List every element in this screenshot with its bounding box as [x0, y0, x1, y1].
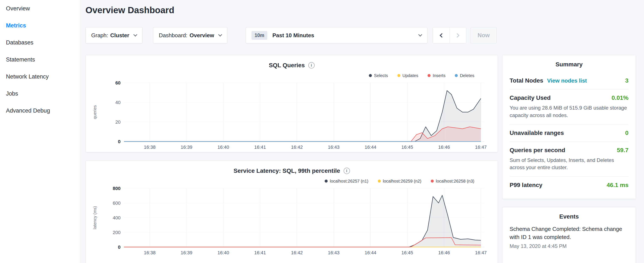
svg-text:16:45: 16:45	[402, 250, 413, 255]
service-latency-chart-card: Service Latency: SQL, 99th percentile lo…	[86, 160, 498, 263]
event-timestamp: May 13, 2020 at 4:45 PM	[510, 243, 628, 249]
svg-text:16:40: 16:40	[218, 144, 229, 150]
legend-label: Inserts	[433, 73, 446, 78]
sidebar-item-overview[interactable]: Overview	[0, 0, 80, 17]
svg-text:16:45: 16:45	[402, 144, 413, 150]
svg-text:16:43: 16:43	[328, 144, 340, 150]
summary-value: 46.1 ms	[606, 182, 628, 188]
summary-value: 3	[625, 77, 628, 84]
legend-dot-icon	[428, 74, 430, 77]
sidebar-item-metrics[interactable]: Metrics	[0, 17, 80, 34]
sidebar-item-network-latency[interactable]: Network Latency	[0, 68, 80, 85]
legend-label: localhost:26257 (n1)	[330, 179, 368, 184]
sidebar-item-jobs[interactable]: Jobs	[0, 85, 80, 102]
svg-text:16:44: 16:44	[365, 250, 376, 255]
graph-dropdown-label: Graph:	[91, 32, 108, 39]
graph-dropdown-value: Cluster	[110, 32, 130, 39]
sql-queries-chart[interactable]: 16:3816:3916:4016:4116:4216:4316:4416:45…	[92, 80, 492, 152]
svg-text:16:46: 16:46	[438, 250, 450, 255]
chart-legend: Selects Updates Inserts Deletes	[92, 72, 474, 79]
chevron-down-icon	[218, 33, 222, 36]
chevron-down-icon	[133, 33, 137, 36]
legend-item: Deletes	[455, 73, 474, 78]
sidebar-item-databases[interactable]: Databases	[0, 34, 80, 51]
time-range-badge: 10m	[252, 31, 267, 40]
summary-item-unavailable-ranges: Unavailable ranges 0	[510, 124, 628, 142]
svg-text:16:39: 16:39	[181, 144, 192, 150]
main-content: Overview Dashboard Graph: Cluster Dashbo…	[80, 0, 498, 263]
events-panel: Events Schema Change Completed: Schema c…	[502, 207, 636, 263]
svg-text:16:38: 16:38	[144, 250, 156, 255]
summary-label: Total Nodes	[510, 77, 543, 84]
info-icon[interactable]	[308, 62, 315, 69]
time-range-value: Past 10 Minutes	[272, 32, 314, 39]
summary-item-p99-latency: P99 latency 46.1 ms	[510, 177, 628, 194]
dashboard-dropdown-label: Dashboard:	[159, 32, 187, 39]
legend-item: localhost:26258 (n3)	[431, 179, 474, 184]
svg-text:16:42: 16:42	[291, 144, 303, 150]
legend-label: Deletes	[460, 73, 474, 78]
legend-item: localhost:26259 (n2)	[378, 179, 422, 184]
svg-text:400: 400	[113, 215, 120, 220]
svg-text:0: 0	[118, 244, 120, 250]
legend-item: localhost:26257 (n1)	[325, 179, 368, 184]
svg-text:200: 200	[113, 230, 120, 235]
time-pager	[433, 27, 466, 43]
legend-label: localhost:26259 (n2)	[383, 179, 422, 184]
svg-text:16:44: 16:44	[365, 144, 376, 150]
time-prev-button[interactable]	[433, 28, 450, 43]
svg-text:queries: queries	[92, 105, 97, 119]
event-message: Schema Change Completed: Schema change w…	[510, 225, 628, 241]
legend-dot-icon	[431, 180, 434, 183]
now-button: Now	[470, 27, 497, 43]
summary-value: 0.01%	[612, 95, 628, 101]
summary-item-total-nodes: Total Nodes View nodes list 3	[510, 72, 628, 89]
svg-text:16:38: 16:38	[144, 144, 156, 150]
summary-value: 59.7	[617, 147, 629, 154]
time-range-dropdown[interactable]: 10m Past 10 Minutes	[246, 27, 427, 43]
summary-item-capacity-used: Capacity Used 0.01% You are using 28.6 M…	[510, 89, 628, 124]
svg-text:600: 600	[113, 200, 120, 206]
service-latency-chart[interactable]: 16:3816:3916:4016:4116:4216:4316:4416:45…	[92, 185, 492, 258]
event-list-item[interactable]: Schema Change Completed: Schema change w…	[510, 225, 628, 249]
legend-label: localhost:26258 (n3)	[436, 179, 474, 184]
summary-item-queries-per-second: Queries per second 59.7 Sum of Selects, …	[510, 142, 628, 177]
sidebar-item-advanced-debug[interactable]: Advanced Debug	[0, 102, 80, 119]
sql-queries-chart-card: SQL Queries Selects Updates Inserts Dele…	[86, 55, 498, 152]
events-title: Events	[510, 213, 628, 220]
svg-text:16:46: 16:46	[438, 144, 450, 150]
chart-legend: localhost:26257 (n1) localhost:26259 (n2…	[92, 177, 474, 185]
legend-item: Selects	[369, 73, 388, 78]
dashboard-controls: Graph: Cluster Dashboard: Overview 10m P…	[86, 27, 510, 43]
dashboard-dropdown-value: Overview	[190, 32, 214, 39]
legend-item: Inserts	[428, 73, 446, 78]
legend-dot-icon	[369, 74, 372, 77]
summary-label: P99 latency	[510, 182, 542, 188]
svg-text:16:43: 16:43	[328, 250, 340, 255]
view-nodes-list-link[interactable]: View nodes list	[547, 78, 587, 84]
summary-value: 0	[625, 130, 628, 136]
svg-text:0: 0	[118, 139, 120, 144]
svg-text:16:47: 16:47	[475, 250, 487, 255]
legend-dot-icon	[378, 180, 381, 183]
summary-description: Sum of Selects, Updates, Inserts, and De…	[510, 157, 628, 171]
info-icon[interactable]	[344, 168, 350, 174]
svg-text:800: 800	[113, 186, 120, 191]
dashboard-dropdown[interactable]: Dashboard: Overview	[153, 27, 227, 43]
svg-text:16:41: 16:41	[254, 144, 266, 150]
svg-text:40: 40	[116, 100, 120, 105]
chart-title: Service Latency: SQL, 99th percentile	[234, 167, 340, 174]
sidebar: Overview Metrics Databases Statements Ne…	[0, 0, 80, 263]
chevron-down-icon	[418, 33, 422, 36]
legend-label: Selects	[374, 73, 388, 78]
chevron-right-icon	[455, 33, 460, 38]
legend-dot-icon	[397, 74, 400, 77]
sidebar-item-statements[interactable]: Statements	[0, 51, 80, 68]
svg-text:60: 60	[116, 80, 120, 86]
graph-dropdown[interactable]: Graph: Cluster	[86, 27, 142, 43]
svg-text:latency (ms): latency (ms)	[92, 206, 97, 229]
summary-label: Queries per second	[510, 147, 565, 154]
svg-text:16:40: 16:40	[218, 250, 229, 255]
chart-title: SQL Queries	[269, 62, 305, 69]
summary-label: Unavailable ranges	[510, 130, 564, 136]
